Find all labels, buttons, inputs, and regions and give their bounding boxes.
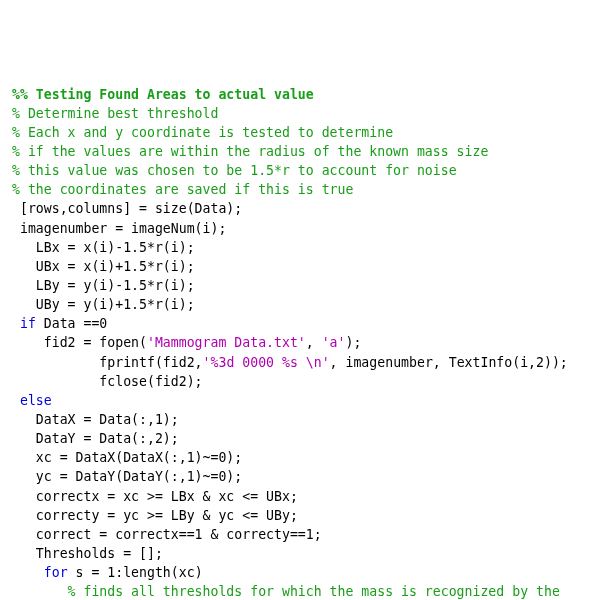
code-segment: LBy = y(i)-1.5*r(i); bbox=[12, 278, 195, 293]
code-segment: fprintf(fid2, bbox=[12, 355, 203, 370]
code-segment: else bbox=[20, 393, 52, 408]
code-line: % Each x and y coordinate is tested to d… bbox=[12, 123, 587, 142]
code-segment: 'a' bbox=[322, 335, 346, 350]
code-segment: % this value was chosen to be 1.5*r to a… bbox=[12, 163, 457, 178]
code-segment: yc = DataY(DataY(:,1)~=0); bbox=[12, 469, 242, 484]
code-segment: correct = correctx==1 & correcty==1; bbox=[12, 527, 322, 542]
code-line: % this value was chosen to be 1.5*r to a… bbox=[12, 161, 587, 180]
code-segment: % Determine best threshold bbox=[12, 106, 218, 121]
code-segment: % the coordinates are saved if this is t… bbox=[12, 182, 353, 197]
code-line: % if the values are within the radius of… bbox=[12, 142, 587, 161]
code-segment: if bbox=[20, 316, 36, 331]
code-segment: %% Testing Found Areas to actual value bbox=[12, 87, 314, 102]
code-line: fprintf(fid2,'%3d 0000 %s \n', imagenumb… bbox=[12, 353, 587, 372]
code-line: else bbox=[12, 391, 587, 410]
code-line: if Data ==0 bbox=[12, 314, 587, 333]
code-segment: [rows,columns] = size(Data); bbox=[12, 201, 242, 216]
code-segment: , imagenumber, TextInfo(i,2)); bbox=[330, 355, 568, 370]
code-segment: fid2 = fopen( bbox=[12, 335, 147, 350]
code-segment bbox=[12, 584, 68, 599]
code-segment: correcty = yc >= LBy & yc <= UBy; bbox=[12, 508, 298, 523]
code-segment: DataX = Data(:,1); bbox=[12, 412, 179, 427]
code-line: fid2 = fopen('Mammogram Data.txt', 'a'); bbox=[12, 333, 587, 352]
code-segment: % finds all thresholds for which the mas… bbox=[68, 584, 560, 599]
code-segment: UBx = x(i)+1.5*r(i); bbox=[12, 259, 195, 274]
code-segment: , bbox=[306, 335, 322, 350]
code-segment bbox=[12, 565, 44, 580]
code-segment: DataY = Data(:,2); bbox=[12, 431, 179, 446]
code-line: UBy = y(i)+1.5*r(i); bbox=[12, 295, 587, 314]
code-line: for s = 1:length(xc) bbox=[12, 563, 587, 582]
code-segment: for bbox=[44, 565, 68, 580]
code-line: DataX = Data(:,1); bbox=[12, 410, 587, 429]
code-segment: imagenumber = imageNum(i); bbox=[12, 221, 226, 236]
code-line: % finds all thresholds for which the mas… bbox=[12, 582, 587, 600]
code-line: imagenumber = imageNum(i); bbox=[12, 219, 587, 238]
code-segment: correctx = xc >= LBx & xc <= UBx; bbox=[12, 489, 298, 504]
code-line: fclose(fid2); bbox=[12, 372, 587, 391]
code-line: % Determine best threshold bbox=[12, 104, 587, 123]
code-line: LBy = y(i)-1.5*r(i); bbox=[12, 276, 587, 295]
code-segment: Thresholds = []; bbox=[12, 546, 163, 561]
code-line: correcty = yc >= LBy & yc <= UBy; bbox=[12, 506, 587, 525]
code-line: correct = correctx==1 & correcty==1; bbox=[12, 525, 587, 544]
code-segment: ); bbox=[346, 335, 362, 350]
code-segment: UBy = y(i)+1.5*r(i); bbox=[12, 297, 195, 312]
code-segment: Data ==0 bbox=[36, 316, 107, 331]
code-line: % the coordinates are saved if this is t… bbox=[12, 180, 587, 199]
code-line: xc = DataX(DataX(:,1)~=0); bbox=[12, 448, 587, 467]
code-line: [rows,columns] = size(Data); bbox=[12, 199, 587, 218]
code-segment: s = 1:length(xc) bbox=[68, 565, 203, 580]
code-segment: 'Mammogram Data.txt' bbox=[147, 335, 306, 350]
code-line: DataY = Data(:,2); bbox=[12, 429, 587, 448]
code-segment: fclose(fid2); bbox=[12, 374, 203, 389]
code-line: yc = DataY(DataY(:,1)~=0); bbox=[12, 467, 587, 486]
code-segment: '%3d 0000 %s \n' bbox=[203, 355, 330, 370]
code-line: Thresholds = []; bbox=[12, 544, 587, 563]
code-segment: % if the values are within the radius of… bbox=[12, 144, 488, 159]
code-segment bbox=[12, 316, 20, 331]
code-segment: xc = DataX(DataX(:,1)~=0); bbox=[12, 450, 242, 465]
code-block: %% Testing Found Areas to actual value% … bbox=[12, 85, 587, 600]
code-segment: % Each x and y coordinate is tested to d… bbox=[12, 125, 393, 140]
code-segment bbox=[12, 393, 20, 408]
code-line: LBx = x(i)-1.5*r(i); bbox=[12, 238, 587, 257]
code-line: correctx = xc >= LBx & xc <= UBx; bbox=[12, 487, 587, 506]
code-line: %% Testing Found Areas to actual value bbox=[12, 85, 587, 104]
code-line: UBx = x(i)+1.5*r(i); bbox=[12, 257, 587, 276]
code-segment: LBx = x(i)-1.5*r(i); bbox=[12, 240, 195, 255]
